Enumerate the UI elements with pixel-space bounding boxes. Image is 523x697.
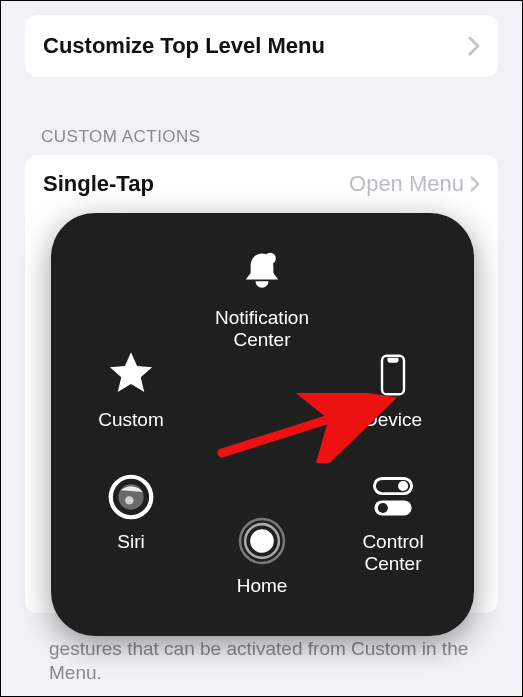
menu-label: Home <box>237 575 288 597</box>
svg-point-0 <box>264 253 275 264</box>
toggles-icon <box>365 469 421 525</box>
phone-icon <box>365 347 421 403</box>
siri-icon <box>103 469 159 525</box>
settings-screen: Customize Top Level Menu CUSTOM ACTIONS … <box>0 0 523 697</box>
row-value: Open Menu <box>349 171 480 197</box>
svg-point-6 <box>398 481 408 491</box>
menu-item-notification-center[interactable]: Notification Center <box>202 245 322 351</box>
single-tap-row[interactable]: Single-Tap Open Menu <box>25 155 498 213</box>
menu-label: Control Center <box>333 531 453 575</box>
menu-item-siri[interactable]: Siri <box>71 469 191 553</box>
home-button-icon <box>234 513 290 569</box>
menu-label: Device <box>364 409 422 431</box>
assistivetouch-menu: Notification Center Custom Device <box>51 213 474 636</box>
menu-item-custom[interactable]: Custom <box>71 347 191 431</box>
row-title: Customize Top Level Menu <box>43 33 325 59</box>
menu-label: Siri <box>117 531 144 553</box>
menu-item-home[interactable]: Home <box>202 513 322 597</box>
row-value-text: Open Menu <box>349 171 464 197</box>
custom-actions-header: CUSTOM ACTIONS <box>41 127 522 147</box>
svg-point-8 <box>378 503 388 513</box>
bell-icon <box>234 245 290 301</box>
menu-item-control-center[interactable]: Control Center <box>333 469 453 575</box>
menu-label: Notification Center <box>202 307 322 351</box>
chevron-right-icon <box>468 36 480 56</box>
footer-caption: gestures that can be activated from Cust… <box>49 637 474 686</box>
star-icon <box>103 347 159 403</box>
customize-top-level-menu-row[interactable]: Customize Top Level Menu <box>25 15 498 77</box>
svg-point-4 <box>125 496 133 504</box>
row-title: Single-Tap <box>43 171 154 197</box>
svg-point-11 <box>250 529 274 553</box>
menu-label: Custom <box>98 409 163 431</box>
menu-item-device[interactable]: Device <box>333 347 453 431</box>
